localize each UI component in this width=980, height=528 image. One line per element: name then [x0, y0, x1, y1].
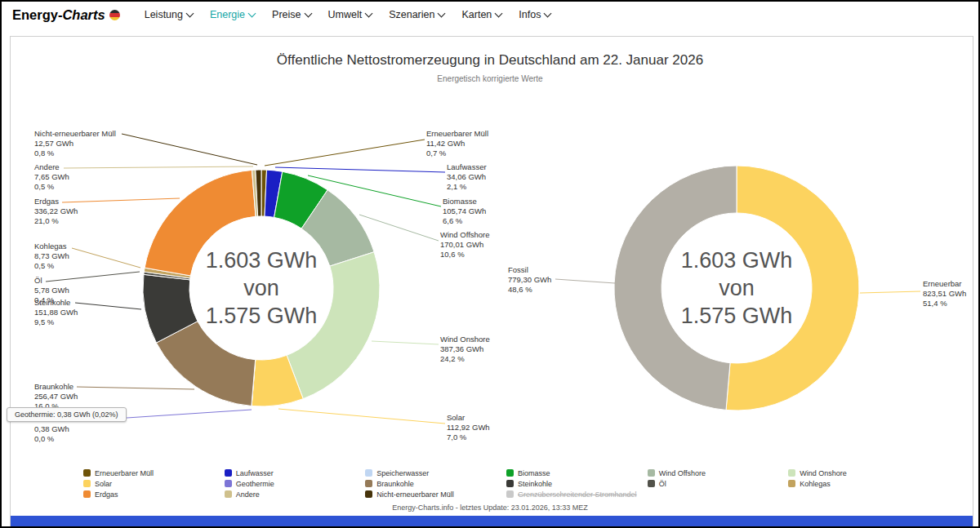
legend-label: Speicherwasser [376, 469, 429, 477]
legend-swatch-icon [648, 480, 655, 487]
legend-swatch-icon [506, 480, 514, 487]
energy-charts-page: Energy-Charts LeistungEnergiePreiseUmwel… [0, 0, 980, 528]
menu-item-szenarien[interactable]: Szenarien [389, 9, 444, 20]
donut-right-center-total: 1.603 GWh von 1.575 GWh [655, 246, 818, 330]
series-value: 823,51 GWh [923, 289, 966, 299]
menu-item-preise[interactable]: Preise [272, 9, 310, 20]
series-name: Kohlegas [34, 242, 69, 251]
series-percent: 51,4 % [923, 299, 966, 308]
series-value: 779,30 GWh [508, 275, 551, 285]
legend-swatch-icon [365, 480, 372, 487]
chevron-down-icon [248, 9, 256, 17]
legend-item-laufwasser[interactable]: Laufwasser [225, 468, 366, 477]
series-value: 8,73 GWh [34, 251, 69, 261]
series-label-erdgas: Erdgas336,22 GWh21,0 % [34, 197, 78, 226]
chevron-down-icon [304, 9, 312, 17]
series-value: 5,78 GWh [34, 286, 69, 295]
series-label-nicht-erneuerbarer-m-ll: Nicht-erneuerbarer Müll12,57 GWh0,8 % [34, 129, 116, 158]
series-label-solar: Solar112,92 GWh7,0 % [447, 413, 490, 442]
series-label-erneuerbar: Erneuerbar823,51 GWh51,4 % [923, 279, 966, 308]
chevron-down-icon [495, 9, 503, 17]
series-value: 112,92 GWh [447, 423, 490, 433]
center-von: von [655, 274, 818, 302]
legend-item-erdgas[interactable]: Erdgas [83, 490, 225, 499]
menu-item-umwelt[interactable]: Umwelt [328, 9, 372, 20]
series-value: 387,36 GWh [440, 344, 490, 354]
germany-flag-icon [109, 10, 120, 20]
legend-item-wind-offshore[interactable]: Wind Offshore [648, 468, 789, 477]
legend-label: Braunkohle [376, 480, 414, 488]
series-value: 0,38 GWh [34, 424, 75, 434]
menu-label: Szenarien [389, 9, 434, 20]
series-value: 105,74 GWh [443, 206, 486, 216]
series-name: Andere [34, 162, 69, 172]
series-label-steinkohle: Steinkohle151,88 GWh9,5 % [34, 298, 78, 327]
logo-text-bold: Energy- [12, 7, 62, 23]
legend-label: Wind Offshore [659, 469, 706, 477]
series-name: Erneuerbarer Müll [426, 129, 488, 139]
menu-label: Leistung [145, 9, 183, 20]
series-percent: 24,2 % [440, 354, 490, 364]
series-percent: 9,5 % [34, 317, 78, 327]
legend-swatch-icon [788, 480, 795, 487]
legend-item-andere[interactable]: Andere [225, 490, 366, 499]
center-von: von [180, 274, 343, 302]
series-label-wind-onshore: Wind Onshore387,36 GWh24,2 % [440, 335, 490, 364]
legend-label: Solar [95, 480, 112, 488]
menu-item-leistung[interactable]: Leistung [145, 9, 193, 20]
legend-swatch-icon [83, 469, 91, 477]
legend-swatch-icon [506, 490, 514, 498]
chart-subtitle: Energetisch korrigierte Werte [2, 74, 978, 83]
legend-item-speicherwasser[interactable]: Speicherwasser [365, 468, 506, 477]
series-label-andere: Andere7,65 GWh0,5 % [34, 162, 69, 192]
logo[interactable]: Energy-Charts [12, 7, 120, 23]
chevron-down-icon [438, 9, 446, 17]
legend-item-erneuerbarer-m-ll[interactable]: Erneuerbarer Müll [83, 468, 225, 477]
legend-item-kohlegas[interactable]: Kohlegas [788, 479, 929, 488]
legend-item-nicht-erneuerbarer-m-ll[interactable]: Nicht-erneuerbarer Müll [365, 490, 506, 499]
series-name: Erneuerbar [923, 279, 966, 289]
legend-item-biomasse[interactable]: Biomasse [506, 468, 648, 477]
series-label-erneuerbarer-m-ll: Erneuerbarer Müll11,42 GWh0,7 % [426, 129, 488, 158]
series-percent: 48,6 % [508, 285, 551, 295]
legend-item-steinkohle[interactable]: Steinkohle [506, 479, 648, 488]
menu-label: Umwelt [328, 9, 363, 20]
legend-item-geothermie[interactable]: Geothermie [225, 479, 366, 488]
tooltip-text: Geothermie: 0,38 GWh (0,02%) [15, 410, 118, 419]
legend-item-grenz-berschreitender-stromhandel[interactable]: Grenzüberschreitender Stromhandel [506, 490, 648, 499]
legend-label: Grenzüberschreitender Stromhandel [518, 490, 637, 499]
bottom-bar [11, 516, 973, 528]
series-name: Braunkohle [34, 382, 78, 392]
menu-label: Karten [461, 9, 492, 20]
menu-item-energie[interactable]: Energie [210, 9, 255, 20]
legend-swatch-icon [365, 490, 372, 498]
donut-left-center-total: 1.603 GWh von 1.575 GWh [180, 246, 343, 330]
legend-label: Erneuerbarer Müll [95, 469, 154, 477]
series-percent: 2,1 % [447, 182, 487, 192]
series-name: Steinkohle [34, 298, 78, 308]
total-generated: 1.603 GWh [655, 246, 818, 274]
logo-text-italic: Charts [62, 7, 105, 23]
series-value: 336,22 GWh [34, 206, 78, 216]
legend-item-l[interactable]: Öl [648, 479, 789, 488]
legend-item-solar[interactable]: Solar [83, 479, 225, 488]
legend-label: Steinkohle [518, 480, 552, 488]
series-name: Nicht-erneuerbarer Müll [34, 129, 116, 139]
chevron-down-icon [544, 9, 552, 17]
series-name: Biomasse [443, 197, 486, 206]
tooltip-geothermie: Geothermie: 0,38 GWh (0,02%) [7, 407, 127, 422]
series-label-laufwasser: Laufwasser34,06 GWh2,1 % [447, 162, 487, 192]
series-percent: 21,0 % [34, 216, 78, 226]
series-name: Erdgas [34, 197, 78, 206]
top-nav-bar: Energy-Charts LeistungEnergiePreiseUmwel… [2, 2, 978, 28]
series-name: Fossil [508, 265, 551, 275]
total-generated: 1.603 GWh [180, 246, 343, 274]
legend-label: Kohlegas [800, 480, 831, 488]
menu-item-infos[interactable]: Infos [519, 9, 550, 20]
chevron-down-icon [186, 9, 194, 17]
legend-item-braunkohle[interactable]: Braunkohle [365, 479, 506, 488]
legend-item-wind-onshore[interactable]: Wind Onshore [788, 468, 929, 477]
menu-item-karten[interactable]: Karten [461, 9, 501, 20]
legend-label: Erdgas [95, 490, 118, 499]
series-label-biomasse: Biomasse105,74 GWh6,6 % [443, 197, 486, 226]
